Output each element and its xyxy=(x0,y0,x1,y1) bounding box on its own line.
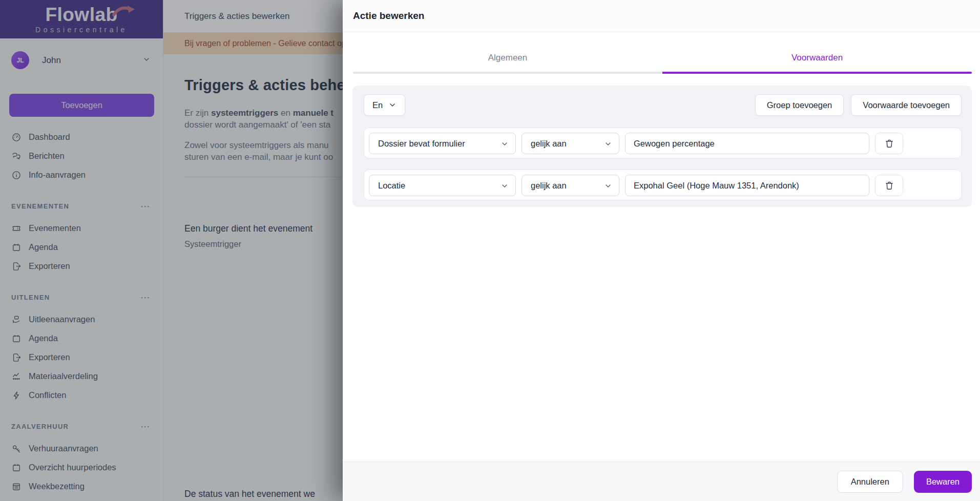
delete-condition-button[interactable] xyxy=(875,175,903,196)
condition-field-select[interactable]: Dossier bevat formulier xyxy=(369,133,516,154)
tab-underline xyxy=(353,72,662,74)
add-group-button[interactable]: Groep toevoegen xyxy=(755,94,844,116)
chevron-down-icon xyxy=(388,101,397,109)
tab-voorwaarden[interactable]: Voorwaarden xyxy=(662,32,972,74)
edit-action-modal: Actie bewerken Algemeen Voorwaarden En G… xyxy=(343,0,980,501)
condition-row: Locatie gelijk aan xyxy=(364,170,962,200)
trash-icon xyxy=(884,180,894,191)
condition-operator-select[interactable]: gelijk aan xyxy=(522,175,619,196)
delete-condition-button[interactable] xyxy=(875,133,903,154)
modal-footer: Annuleren Bewaren xyxy=(343,462,980,501)
save-button[interactable]: Bewaren xyxy=(914,471,972,493)
modal-header: Actie bewerken xyxy=(343,0,980,32)
chevron-down-icon xyxy=(501,182,509,190)
condition-group-panel: En Groep toevoegen Voorwaarde toevoegen … xyxy=(352,86,972,207)
condition-row: Dossier bevat formulier gelijk aan xyxy=(364,128,962,158)
chevron-down-icon xyxy=(501,140,509,148)
condition-field-select[interactable]: Locatie xyxy=(369,175,516,196)
modal-tabs: Algemeen Voorwaarden xyxy=(343,32,980,74)
condition-value-input[interactable] xyxy=(625,133,869,154)
condition-operator-select[interactable]: gelijk aan xyxy=(522,133,619,154)
tab-algemeen[interactable]: Algemeen xyxy=(353,32,662,74)
chevron-down-icon xyxy=(604,140,612,148)
cancel-button[interactable]: Annuleren xyxy=(837,471,903,493)
modal-title: Actie bewerken xyxy=(353,10,424,22)
add-condition-button[interactable]: Voorwaarde toevoegen xyxy=(851,94,962,116)
trash-icon xyxy=(884,138,894,149)
chevron-down-icon xyxy=(604,182,612,190)
group-operator-select[interactable]: En xyxy=(364,94,405,116)
condition-value-input[interactable] xyxy=(625,175,869,196)
tab-underline-active xyxy=(662,72,972,74)
